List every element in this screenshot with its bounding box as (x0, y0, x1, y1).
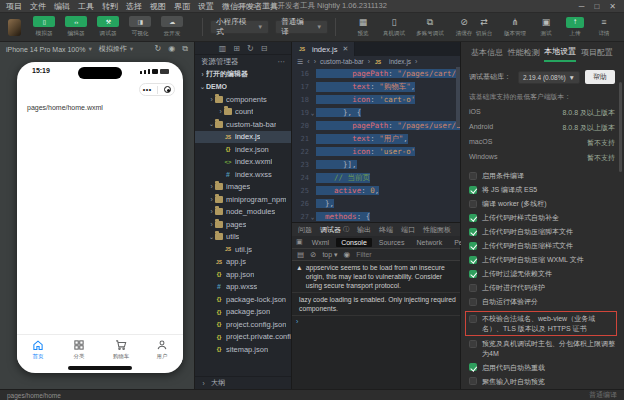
screenshot-icon[interactable]: ◉ (168, 44, 175, 54)
tree-item[interactable]: ⌄ utils (195, 231, 291, 244)
sidebar-toggle-icon[interactable]: ▤ (297, 250, 304, 259)
refresh-icon[interactable]: ↻ (247, 44, 254, 53)
code-line[interactable]: 21 ⌄ text: "用户", (292, 132, 460, 145)
eye-icon[interactable]: ◉ (344, 250, 351, 259)
tree-item[interactable]: project.config.json (195, 318, 291, 331)
devtools-tab[interactable]: Network (412, 238, 448, 247)
tree-item[interactable]: index.wxss (195, 168, 291, 181)
tree-item[interactable]: project.private.config.json (195, 331, 291, 344)
menu-item[interactable]: 文件 (30, 1, 46, 12)
toolbar-action-button[interactable]: ↑ 上传 (565, 17, 585, 38)
code-editor[interactable]: 16 ⌄ pagePath: "/pages/cart/cart", 17 ⌄ … (292, 67, 460, 222)
checkbox[interactable] (469, 363, 477, 371)
panel-toggle-button[interactable]: ⚒ 调试器 (95, 16, 121, 38)
tree-item[interactable]: util.js (195, 243, 291, 256)
console-message[interactable]: lazy code loading is enabled. Only injec… (292, 293, 460, 316)
setting-item[interactable]: 启用条件编译 (469, 171, 615, 181)
checkbox[interactable] (469, 284, 477, 292)
base-library-select[interactable]: 2.19.4 (0.08%) ▼ (518, 71, 580, 84)
exit-icon[interactable] (164, 86, 171, 93)
tab-home[interactable]: 首页 (17, 339, 59, 361)
setting-item[interactable]: 上传代码时样式自动补全 (469, 213, 615, 223)
toolbar-action-button[interactable]: ▦ 预览 (353, 17, 373, 38)
tree-item[interactable]: sitemap.json (195, 343, 291, 356)
panel-toggle-button[interactable]: ☁ 云开发 (159, 16, 185, 38)
setting-item[interactable]: 上传代码时自动压缩 WXML 文件 (469, 255, 615, 265)
checkbox[interactable] (469, 172, 477, 180)
menu-item[interactable]: 视图 (150, 1, 166, 12)
panel-scrollbar[interactable] (619, 82, 622, 172)
close-tab-icon[interactable]: ✕ (342, 45, 348, 53)
panel-tab[interactable]: 性能面板 (423, 225, 451, 235)
toolbar-action-button[interactable]: ⧉ 多账号调试 (415, 17, 445, 38)
tree-item[interactable]: › node_modules (195, 206, 291, 219)
tree-item[interactable]: › 打开的编辑器 (195, 68, 291, 81)
tree-item[interactable]: › components (195, 93, 291, 106)
console-filter-input[interactable]: Filter (356, 251, 372, 258)
toolbar-action-button[interactable]: ≡ 详情 (594, 17, 614, 38)
tab-user[interactable]: 用户 (142, 339, 184, 361)
devtools-tab[interactable]: Wxml (307, 238, 335, 247)
back-icon[interactable]: ‹ (307, 58, 309, 65)
setting-item[interactable]: 上传代码时自动压缩脚本文件 (469, 227, 615, 237)
user-avatar[interactable] (8, 19, 21, 36)
checkbox[interactable] (469, 256, 477, 264)
device-select[interactable]: iPhone 14 Pro Max 100%▼ (6, 46, 93, 53)
panel-toggle-button[interactable]: ‹› 编辑器 (63, 16, 89, 38)
toolbar-action-button[interactable]: ⇄ 切后台 (474, 17, 494, 38)
close-icon[interactable]: ✕ (609, 2, 616, 11)
details-tab[interactable]: 本地设置 (544, 42, 576, 62)
tree-item[interactable]: ⌄ custom-tab-bar (195, 118, 291, 131)
setting-item[interactable]: 不校验合法域名、web-view（业务域名）、TLS 版本以及 HTTPS 证书 (465, 311, 617, 336)
editor-scrollbar[interactable] (456, 67, 460, 127)
checkbox[interactable] (469, 200, 477, 208)
console-prompt[interactable]: › (292, 316, 460, 327)
tree-item[interactable]: app.wxss (195, 281, 291, 294)
console-message[interactable]: ▲ appservice seems to be load from an in… (292, 261, 460, 293)
panel-tab[interactable]: 调试器 ⓘ (320, 225, 349, 235)
menu-item[interactable]: 转到 (102, 1, 118, 12)
tree-item[interactable]: index.js (195, 131, 291, 144)
menu-item[interactable]: 选择 (126, 1, 142, 12)
editor-tab[interactable]: index.js ✕ (292, 42, 355, 56)
checkbox[interactable] (469, 377, 477, 385)
details-tab[interactable]: 基本信息 (471, 43, 503, 61)
code-line[interactable]: 22 ⌄ icon: 'user-o' (292, 145, 460, 158)
tab-category[interactable]: 分类 (59, 339, 101, 361)
rotate-icon[interactable]: ↻ (155, 44, 162, 54)
setting-item[interactable]: 上传代码时自动压缩样式文件 (469, 241, 615, 251)
panel-tab[interactable]: 输出 (357, 225, 371, 235)
tree-item[interactable]: app.js (195, 256, 291, 269)
code-line[interactable]: 23 ⌄ }], (292, 158, 460, 171)
outline-section[interactable]: › 大纲 (195, 376, 291, 389)
details-tab[interactable]: 性能检测 (508, 43, 540, 61)
checkbox[interactable] (469, 270, 477, 278)
toolbar-action-button[interactable]: ▣ 测试 (536, 17, 556, 38)
tree-item[interactable]: package.json (195, 306, 291, 319)
toolbar-action-button[interactable]: ⊘ 清缓存 (454, 17, 474, 38)
code-line[interactable]: 20 ⌄ pagePath: "/pages/user/user", (292, 119, 460, 132)
help-button[interactable]: 帮助 (585, 70, 615, 84)
miniprogram-capsule[interactable]: ••• (139, 83, 175, 96)
tree-item[interactable]: index.wxml (195, 156, 291, 169)
devtools-tab[interactable]: Sources (374, 238, 410, 247)
code-line[interactable]: 26 ⌄ }, (292, 197, 460, 210)
setting-item[interactable]: 自动运行体验评分 (469, 297, 615, 307)
collapse-icon[interactable]: ⊟ (261, 44, 268, 53)
tab-cart[interactable]: 购物车 (100, 339, 142, 361)
panel-toggle-button[interactable]: ▯ 模拟器 (31, 16, 57, 38)
menu-item[interactable]: 设置 (198, 1, 214, 12)
checkbox[interactable] (469, 186, 477, 194)
setting-item[interactable]: 上传时进行代码保护 (469, 283, 615, 293)
detach-window-icon[interactable]: ⧉ (182, 44, 188, 54)
menu-item[interactable]: 界面 (174, 1, 190, 12)
setting-item[interactable]: 编译 worker (多线程) (469, 199, 615, 209)
code-line[interactable]: 24 ⌄ // 当前页 (292, 171, 460, 184)
menu-item[interactable]: 编辑 (54, 1, 70, 12)
checkbox[interactable] (469, 298, 477, 306)
panel-toggle-button[interactable]: ◨ 可视化 (127, 16, 153, 38)
tree-item[interactable]: › count (195, 106, 291, 119)
simulate-action-select[interactable]: 模拟操作▼ (99, 44, 134, 54)
menu-item[interactable]: 项目 (6, 1, 22, 12)
checkbox[interactable] (469, 228, 477, 236)
